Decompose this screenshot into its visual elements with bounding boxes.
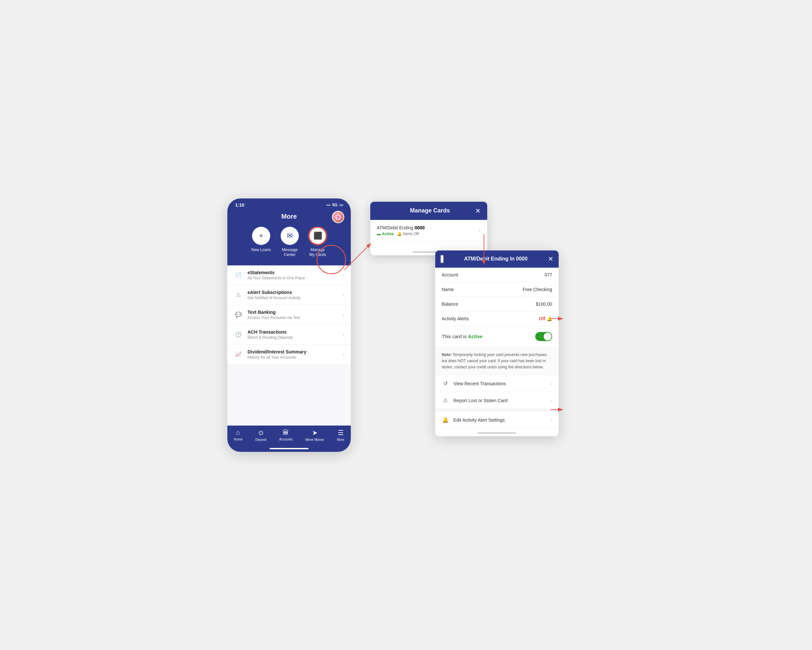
- detail-title: ATM/Debit Ending In 0000: [444, 256, 548, 262]
- report-lost-icon: ⚠: [442, 397, 449, 403]
- popup-header: Manage Cards ✕: [370, 202, 487, 220]
- home-indicator-bar: [478, 432, 516, 434]
- nav-bar: ⌂ Home ⊙ Deposit 🏛 Accounts ➤ Move Money…: [227, 426, 351, 448]
- card-status-active: Active: [468, 334, 483, 339]
- edit-alerts-label: Edit Activity Alert Settings: [453, 417, 546, 423]
- avatar[interactable]: 🌸: [332, 211, 344, 223]
- ealert-text: eAlert Subscriptions Get Notified of Acc…: [247, 290, 338, 300]
- card-status-section: This card is Active: [435, 326, 559, 347]
- edit-alerts-icon: 🔔: [442, 417, 449, 423]
- menu-item-text-banking[interactable]: 💬 Text Banking Access Your Accounts via …: [227, 305, 351, 325]
- estatements-icon: 📄: [234, 272, 243, 278]
- transactions-label: View Recent Transactions: [453, 381, 546, 386]
- more-icon: ☰: [338, 429, 343, 436]
- action-view-transactions[interactable]: ↺ View Recent Transactions ›: [435, 375, 559, 392]
- chevron-icon: ›: [343, 352, 344, 357]
- text-banking-text: Text Banking Access Your Accounts via Te…: [247, 310, 338, 320]
- status-bar: 1:10 ▪▪▪ 5G ▭: [227, 198, 351, 210]
- dividend-text: Dividend/Interest Summary History for al…: [247, 349, 338, 360]
- nav-accounts[interactable]: 🏛 Accounts: [279, 429, 293, 441]
- action-edit-alerts[interactable]: 🔔 Edit Activity Alert Settings ›: [435, 412, 559, 429]
- move-money-icon: ➤: [312, 429, 317, 436]
- chevron-icon: ›: [343, 332, 344, 337]
- close-button[interactable]: ✕: [548, 255, 554, 263]
- chevron-icon: ›: [343, 292, 344, 298]
- more-label: More: [337, 438, 344, 441]
- text-banking-title: Text Banking: [247, 310, 338, 315]
- field-account: Account 077: [435, 268, 559, 282]
- ach-icon: 🕐: [234, 331, 243, 337]
- message-center-label: MessageCenter: [282, 247, 298, 258]
- alerts-value: Off 🔔: [539, 316, 552, 321]
- deposit-icon: ⊙: [258, 429, 264, 436]
- card-status-label: This card is Active: [442, 334, 483, 339]
- back-button[interactable]: ‹: [440, 255, 444, 263]
- field-balance: Balance $100.00: [435, 297, 559, 311]
- ach-subtitle: Direct & Pending Deposits: [247, 335, 338, 340]
- detail-panel: Temporarily lockyour debit card. Add/edi…: [435, 250, 559, 436]
- alerts-label: Activity Alerts: [442, 316, 469, 321]
- dividend-title: Dividend/Interest Summary: [247, 349, 338, 354]
- ealert-subtitle: Get Notified of Account Activity: [247, 296, 338, 300]
- estatements-subtitle: All Your Statements in One Place: [247, 276, 338, 280]
- phone-screen: 1:10 ▪▪▪ 5G ▭ More 🌸 + New Loans ✉ Messa…: [227, 198, 351, 452]
- name-label: Name: [442, 287, 454, 292]
- dividend-icon: 📈: [234, 351, 243, 357]
- nav-deposit[interactable]: ⊙ Deposit: [255, 429, 266, 441]
- note-text: Note: Temporarily locking your card prev…: [442, 352, 552, 371]
- card-chevron-icon: ›: [479, 228, 481, 233]
- card-list-item[interactable]: ATM/Debit Ending 0000 ▬ Active 🔔 Alerts …: [370, 220, 487, 242]
- move-money-label: Move Money: [305, 438, 324, 441]
- battery-icon: ▭: [339, 203, 343, 207]
- nav-move-money[interactable]: ➤ Move Money: [305, 429, 324, 441]
- chevron-icon: ›: [343, 312, 344, 317]
- accounts-label: Accounts: [279, 438, 293, 441]
- report-lost-label: Report Lost or Stolen Card: [453, 398, 546, 403]
- time-display: 1:10: [235, 202, 244, 208]
- active-badge: ▬ Active: [377, 232, 394, 236]
- manage-cards-label: ManageMy Cards: [309, 247, 326, 258]
- menu-item-estatements[interactable]: 📄 eStatements All Your Statements in One…: [227, 265, 351, 285]
- nav-more[interactable]: ☰ More: [337, 429, 344, 441]
- estatements-text: eStatements All Your Statements in One P…: [247, 270, 338, 280]
- new-loans-label: New Loans: [251, 247, 271, 253]
- note-section: Note: Temporarily locking your card prev…: [435, 347, 559, 375]
- balance-label: Balance: [442, 301, 458, 307]
- dividend-subtitle: History for all Your Accounts: [247, 355, 338, 360]
- detail-header: ‹ ATM/Debit Ending In 0000 ✕: [435, 250, 559, 268]
- alerts-badge: 🔔 Alerts Off: [397, 232, 419, 236]
- menu-item-dividend[interactable]: 📈 Dividend/Interest Summary History for …: [227, 345, 351, 365]
- name-value: Free Checking: [523, 287, 552, 292]
- ach-title: ACH Transactions: [247, 330, 338, 334]
- text-banking-icon: 💬: [234, 311, 243, 318]
- card-name: ATM/Debit Ending 0000: [377, 225, 479, 230]
- manage-cards-popup: Manage Cards ✕ ATM/Debit Ending 0000 ▬ A…: [370, 202, 487, 255]
- estatements-title: eStatements: [247, 270, 338, 275]
- action-report-lost[interactable]: ⚠ Report Lost or Stolen Card ›: [435, 392, 559, 409]
- field-activity-alerts: Activity Alerts Off 🔔: [435, 311, 559, 326]
- network-type: 5G: [332, 203, 337, 207]
- home-indicator: [227, 448, 351, 452]
- deposit-label: Deposit: [255, 438, 266, 441]
- accounts-icon: 🏛: [282, 429, 289, 436]
- page-title: More: [281, 213, 297, 220]
- detail-fields: Account 077 Name Free Checking Balance $…: [435, 268, 559, 326]
- balance-value: $100.00: [536, 301, 552, 307]
- field-name: Name Free Checking: [435, 282, 559, 297]
- popup-title: Manage Cards: [385, 207, 475, 214]
- chevron-icon: ›: [551, 381, 552, 386]
- transactions-icon: ↺: [442, 380, 449, 386]
- chevron-icon: ›: [343, 273, 344, 278]
- ach-text: ACH Transactions Direct & Pending Deposi…: [247, 330, 338, 340]
- menu-item-ealert[interactable]: ⚠ eAlert Subscriptions Get Notified of A…: [227, 285, 351, 305]
- nav-home[interactable]: ⌂ Home: [234, 429, 243, 441]
- menu-item-ach[interactable]: 🕐 ACH Transactions Direct & Pending Depo…: [227, 325, 351, 345]
- chevron-icon: ›: [551, 417, 552, 423]
- quick-action-manage-cards[interactable]: ⬛ ManageMy Cards: [308, 227, 327, 258]
- quick-action-message-center[interactable]: ✉ MessageCenter: [281, 227, 299, 258]
- card-toggle[interactable]: [535, 332, 552, 341]
- quick-action-new-loans[interactable]: + New Loans: [251, 227, 271, 258]
- close-button[interactable]: ✕: [475, 207, 481, 215]
- menu-list: 📄 eStatements All Your Statements in One…: [227, 265, 351, 426]
- manage-cards-icon: ⬛: [308, 227, 327, 245]
